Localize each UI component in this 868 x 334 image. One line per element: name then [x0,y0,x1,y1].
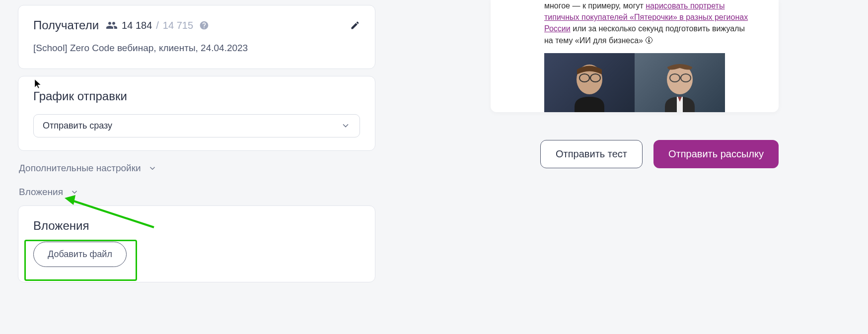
schedule-select-value: Отправить сразу [43,121,112,131]
preview-image-2 [635,53,725,112]
send-campaign-button[interactable]: Отправить рассылку [653,140,779,168]
email-preview-card: многое — к примеру, могут нарисовать пор… [491,0,779,112]
recipients-card: Получатели 14 184 / 14 715 [School] Zero… [18,5,375,69]
preview-body-text: многое — к примеру, могут нарисовать пор… [491,0,779,53]
chevron-down-icon [148,164,157,173]
recipients-count: 14 184 / 14 715 [106,19,209,31]
schedule-card: График отправки Отправить сразу [18,76,375,151]
preview-image-1 [544,53,635,112]
recipients-list-name: [School] Zero Code вебинар, клиенты, 24.… [33,41,360,56]
edit-icon[interactable] [350,20,360,30]
people-icon [106,19,118,31]
help-icon[interactable] [199,20,209,30]
chevron-down-icon [70,188,79,197]
schedule-title: График отправки [33,89,127,103]
add-file-button[interactable]: Добавить файл [33,242,127,267]
recipients-count-total: 14 715 [163,20,193,31]
chevron-down-icon [341,121,351,131]
recipients-count-separator: / [156,20,159,31]
schedule-select[interactable]: Отправить сразу [33,114,360,137]
send-test-button[interactable]: Отправить тест [540,140,643,168]
advanced-settings-label: Дополнительные настройки [19,163,141,174]
attachments-panel-title: Вложения [33,219,360,233]
attachments-card: Вложения Добавить файл [18,205,375,282]
action-buttons-row: Отправить тест Отправить рассылку [491,140,779,168]
recipients-title: Получатели [33,18,99,32]
attachments-toggle[interactable]: Вложения [18,182,375,202]
recipients-count-active: 14 184 [122,20,152,31]
preview-images-row [491,53,779,112]
attachments-toggle-label: Вложения [19,187,63,198]
advanced-settings-toggle[interactable]: Дополнительные настройки [18,158,375,179]
